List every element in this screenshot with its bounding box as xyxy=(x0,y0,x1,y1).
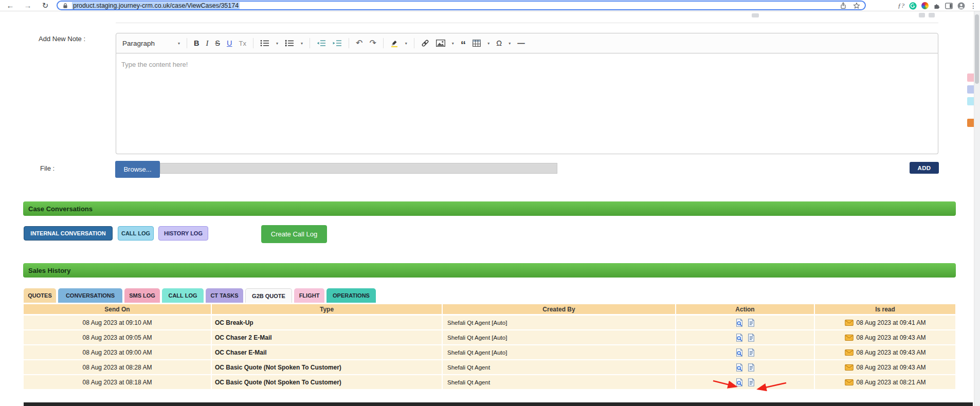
toolbar-separator xyxy=(349,38,349,48)
section-divider xyxy=(116,23,938,23)
envelope-icon xyxy=(845,364,854,371)
browse-button[interactable]: Browse... xyxy=(115,161,160,178)
tab-conversations[interactable]: CONVERSATIONS xyxy=(58,288,122,303)
reload-button[interactable]: ↻ xyxy=(39,0,51,11)
document-icon[interactable] xyxy=(747,319,755,327)
browser-toolbar: ← → ↻ product.staging.journey-crm.co.uk/… xyxy=(0,0,980,11)
color-picker-extension-icon[interactable] xyxy=(921,2,929,9)
redo-button[interactable]: ↷ xyxy=(369,39,376,47)
case-conversations-title: Case Conversations xyxy=(28,205,93,213)
blockquote-button[interactable]: “ xyxy=(461,40,466,47)
preview-icon[interactable] xyxy=(735,319,743,327)
add-button[interactable]: ADD xyxy=(910,162,939,174)
back-button[interactable]: ← xyxy=(4,0,16,11)
grammarly-icon[interactable] xyxy=(909,2,917,10)
editor-toolbar: Paragraph ▾ B I S U Tx ▾ ▾ ↶ ↷ ▾ ▾ “ ▾ Ω… xyxy=(116,33,938,53)
cell-type: OC Chaser E-Mail xyxy=(211,345,442,359)
cell-action xyxy=(675,316,814,329)
header-action: Action xyxy=(675,304,814,314)
profile-avatar-icon[interactable] xyxy=(957,2,965,10)
cutoff-icon xyxy=(919,13,925,17)
is-read-date: 08 Aug 2023 at 08:21 AM xyxy=(857,379,926,386)
indent-button[interactable] xyxy=(333,40,342,47)
file-label: File : xyxy=(40,164,55,172)
toolbar-separator xyxy=(187,38,187,48)
cell-is-read: 08 Aug 2023 at 09:43 AM xyxy=(814,345,955,359)
share-icon[interactable] xyxy=(840,2,847,9)
tab-ct-tasks[interactable]: CT TASKS xyxy=(206,288,243,303)
tab-sms-log[interactable]: SMS LOG xyxy=(124,288,160,303)
preview-icon[interactable] xyxy=(735,334,743,342)
cutoff-icon xyxy=(929,13,935,17)
special-character-button[interactable]: Ω xyxy=(496,40,502,47)
lock-icon xyxy=(62,3,68,9)
undo-button[interactable]: ↶ xyxy=(356,39,362,47)
insert-table-button[interactable] xyxy=(473,40,481,47)
tab-g2b-quote[interactable]: G2B QUOTE xyxy=(245,288,292,303)
header-type: Type xyxy=(211,304,442,314)
strikethrough-button[interactable]: S xyxy=(215,40,220,47)
extensions-puzzle-icon[interactable] xyxy=(933,2,940,9)
preview-icon[interactable] xyxy=(735,363,743,372)
chevron-down-icon[interactable]: ▾ xyxy=(276,41,278,46)
scrollbar-thumb[interactable] xyxy=(975,14,979,84)
highlight-marker-button[interactable] xyxy=(390,39,398,47)
document-icon[interactable] xyxy=(747,378,755,386)
create-call-log-button[interactable]: Create Call Log xyxy=(261,225,327,243)
tab-operations[interactable]: OPERATIONS xyxy=(326,288,376,303)
chevron-down-icon[interactable]: ▾ xyxy=(405,41,407,46)
tab-flight[interactable]: FLIGHT xyxy=(294,288,324,303)
forward-button[interactable]: → xyxy=(22,0,34,11)
cell-action xyxy=(675,345,814,359)
italic-button[interactable]: I xyxy=(206,40,208,47)
table-header-row: Send On Type Created By Action Is read xyxy=(24,304,955,316)
underline-button[interactable]: U xyxy=(227,40,232,47)
cell-created-by: Shefali Qt Agent [Auto] xyxy=(442,330,675,344)
table-row: 08 Aug 2023 at 08:28 AM OC Basic Quote (… xyxy=(24,360,955,375)
file-input[interactable] xyxy=(160,163,557,174)
chevron-down-icon[interactable]: ▾ xyxy=(509,41,511,46)
paragraph-dropdown[interactable]: Paragraph ▾ xyxy=(122,40,180,47)
side-panel-icon[interactable] xyxy=(945,3,953,9)
is-read-date: 08 Aug 2023 at 09:41 AM xyxy=(857,319,926,326)
address-bar[interactable]: product.staging.journey-crm.co.uk/case/V… xyxy=(57,1,866,10)
cell-action xyxy=(675,375,814,389)
cell-is-read: 08 Aug 2023 at 09:43 AM xyxy=(814,330,955,344)
internal-conversation-button[interactable]: INTERNAL CONVERSATION xyxy=(24,226,113,241)
case-conversations-header: Case Conversations xyxy=(23,201,956,216)
is-read-date: 08 Aug 2023 at 09:43 AM xyxy=(857,364,926,371)
document-icon[interactable] xyxy=(747,363,755,372)
horizontal-line-button[interactable]: — xyxy=(517,40,525,47)
call-log-button[interactable]: CALL LOG xyxy=(118,226,154,241)
chevron-down-icon[interactable]: ▾ xyxy=(487,41,489,46)
insert-image-button[interactable] xyxy=(436,40,445,47)
chevron-down-icon[interactable]: ▾ xyxy=(301,41,303,46)
document-icon[interactable] xyxy=(747,348,755,357)
tab-quotes[interactable]: QUOTES xyxy=(24,288,56,303)
bookmark-star-icon[interactable] xyxy=(853,2,860,9)
browser-menu-icon[interactable]: ⋮ xyxy=(970,2,977,10)
is-read-date: 08 Aug 2023 at 09:43 AM xyxy=(857,334,926,341)
sales-history-header: Sales History xyxy=(23,263,956,278)
note-editor-area[interactable]: Type the content here! xyxy=(116,53,938,154)
fonts-extension-icon[interactable]: ƒ? xyxy=(898,2,904,10)
remove-format-button[interactable]: Tx xyxy=(239,40,246,47)
table-row: 08 Aug 2023 at 09:05 AM OC Chaser 2 E-Ma… xyxy=(24,330,955,345)
document-icon[interactable] xyxy=(747,334,755,342)
bullet-list-button[interactable] xyxy=(260,40,269,47)
history-log-button[interactable]: HISTORY LOG xyxy=(158,226,208,241)
next-section-edge xyxy=(24,402,973,406)
cell-is-read: 08 Aug 2023 at 09:41 AM xyxy=(814,316,955,329)
bold-button[interactable]: B xyxy=(194,40,199,47)
link-button[interactable] xyxy=(421,39,429,47)
preview-icon[interactable] xyxy=(735,378,743,386)
cell-type: OC Break-Up xyxy=(211,316,442,329)
chevron-down-icon[interactable]: ▾ xyxy=(452,41,454,46)
tab-call-log[interactable]: CALL LOG xyxy=(162,288,204,303)
cutoff-icon xyxy=(752,13,759,17)
chevron-down-icon: ▾ xyxy=(178,41,180,46)
outdent-button[interactable] xyxy=(317,40,326,47)
numbered-list-button[interactable] xyxy=(285,40,294,47)
cell-is-read: 08 Aug 2023 at 09:43 AM xyxy=(814,360,955,374)
preview-icon[interactable] xyxy=(735,348,743,357)
